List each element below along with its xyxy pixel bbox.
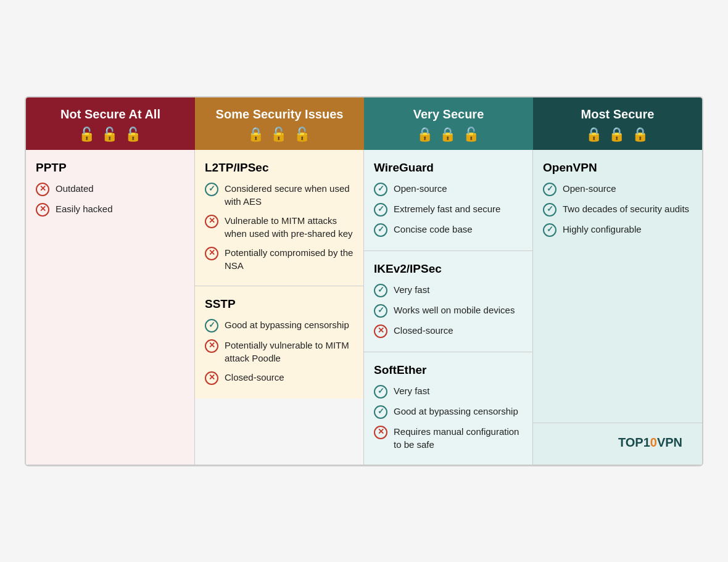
sstp-feature-2-text: Potentially vulnerable to MITM attack Po… <box>225 339 354 365</box>
sstp-feature-3-text: Closed-source <box>225 371 284 384</box>
l2tp-feature-3: ✕ Potentially compromised by the NSA <box>205 246 354 272</box>
pptp-feature-1-text: Outdated <box>56 182 94 195</box>
sstp-section: SSTP ✓ Good at bypassing censorship ✕ Po… <box>195 286 363 399</box>
sstp-feature-1-text: Good at bypassing censorship <box>225 318 349 331</box>
se-feature-1: ✓ Very fast <box>374 384 523 399</box>
lock-icons-col1: 🔓 🔓 🔓 <box>33 126 188 143</box>
pptp-protocol-name: PPTP <box>36 161 184 175</box>
bad-icon-sstp-3: ✕ <box>205 371 218 385</box>
header-title-col2: Some Security Issues <box>202 107 357 122</box>
good-icon-wg-2: ✓ <box>374 203 387 217</box>
brand-cell: TOP10VPN <box>533 423 702 465</box>
brand-logo: TOP10VPN <box>608 431 692 457</box>
se-feature-3-text: Requires manual configuration to be safe <box>394 425 523 451</box>
ikev2-protocol-name: IKEv2/IPSec <box>374 262 523 276</box>
sstp-feature-3: ✕ Closed-source <box>205 371 354 385</box>
se-feature-3: ✕ Requires manual configuration to be sa… <box>374 425 523 451</box>
l2tp-feature-2-text: Vulnerable to MITM attacks when used wit… <box>225 214 354 240</box>
header-col3: Very Secure 🔒 🔒 🔓 <box>364 97 533 150</box>
good-icon-ike-1: ✓ <box>374 284 387 297</box>
good-icon-wg-3: ✓ <box>374 223 387 237</box>
wireguard-section: WireGuard ✓ Open-source ✓ Extremely fast… <box>364 150 532 251</box>
pptp-feature-1: ✕ Outdated <box>36 182 184 196</box>
bad-icon-ike-3: ✕ <box>374 324 387 338</box>
good-icon-se-1: ✓ <box>374 385 387 399</box>
brand-zero: 0 <box>650 436 657 449</box>
bad-icon-se-3: ✕ <box>374 426 387 439</box>
wg-feature-1-text: Open-source <box>394 182 447 195</box>
ovpn-feature-3-text: Highly configurable <box>563 223 642 236</box>
sstp-protocol-name: SSTP <box>205 297 354 311</box>
lock-icons-col2: 🔒 🔓 🔓 <box>202 126 357 143</box>
good-icon-sstp-1: ✓ <box>205 319 218 333</box>
wg-feature-3-text: Concise code base <box>394 223 473 236</box>
col3-inner: WireGuard ✓ Open-source ✓ Extremely fast… <box>364 150 533 465</box>
bad-icon-l2tp-2: ✕ <box>205 215 218 228</box>
header-title-col3: Very Secure <box>371 107 526 122</box>
good-icon-se-2: ✓ <box>374 405 387 419</box>
header-col2: Some Security Issues 🔒 🔓 🔓 <box>195 97 364 150</box>
col2-inner: L2TP/IPSec ✓ Considered secure when used… <box>195 150 364 465</box>
ike-feature-1-text: Very fast <box>394 283 429 296</box>
vpn-comparison-table: Not Secure At All 🔓 🔓 🔓 Some Security Is… <box>25 96 703 466</box>
l2tp-feature-3-text: Potentially compromised by the NSA <box>225 246 354 272</box>
lock-icons-col4: 🔒 🔒 🔒 <box>540 126 695 143</box>
sstp-feature-1: ✓ Good at bypassing censorship <box>205 318 354 333</box>
header-title-col4: Most Secure <box>540 107 695 122</box>
pptp-feature-2: ✕ Easily hacked <box>36 202 184 217</box>
wg-feature-1: ✓ Open-source <box>374 182 523 196</box>
col4-inner: OpenVPN ✓ Open-source ✓ Two decades of s… <box>533 150 702 465</box>
pptp-feature-2-text: Easily hacked <box>56 202 113 215</box>
ike-feature-2-text: Works well on mobile devices <box>394 304 515 316</box>
bad-icon-sstp-2: ✕ <box>205 339 218 353</box>
ike-feature-3: ✕ Closed-source <box>374 324 523 338</box>
l2tp-protocol-name: L2TP/IPSec <box>205 161 354 175</box>
softether-section: SoftEther ✓ Very fast ✓ Good at bypassin… <box>364 352 532 465</box>
body-grid: PPTP ✕ Outdated ✕ Easily hacked L2TP/IPS… <box>26 150 702 465</box>
ovpn-feature-2: ✓ Two decades of security audits <box>543 202 692 217</box>
wg-feature-2: ✓ Extremely fast and secure <box>374 202 523 217</box>
l2tp-section: L2TP/IPSec ✓ Considered secure when used… <box>195 150 363 286</box>
header-row: Not Secure At All 🔓 🔓 🔓 Some Security Is… <box>26 97 702 150</box>
ikev2-section: IKEv2/IPSec ✓ Very fast ✓ Works well on … <box>364 251 532 352</box>
l2tp-feature-2: ✕ Vulnerable to MITM attacks when used w… <box>205 214 354 240</box>
bad-icon-1: ✕ <box>36 183 49 196</box>
bad-icon-l2tp-3: ✕ <box>205 247 218 260</box>
softether-protocol-name: SoftEther <box>374 363 523 377</box>
good-icon-ovpn-1: ✓ <box>543 183 556 196</box>
wireguard-protocol-name: WireGuard <box>374 161 523 175</box>
pptp-section: PPTP ✕ Outdated ✕ Easily hacked <box>26 150 194 465</box>
good-icon-ovpn-2: ✓ <box>543 203 556 217</box>
se-feature-1-text: Very fast <box>394 384 429 397</box>
se-feature-2-text: Good at bypassing censorship <box>394 405 518 418</box>
ovpn-feature-2-text: Two decades of security audits <box>563 202 689 215</box>
lock-icons-col3: 🔒 🔒 🔓 <box>371 126 526 143</box>
good-icon-l2tp-1: ✓ <box>205 183 218 196</box>
l2tp-feature-1-text: Considered secure when used with AES <box>225 182 354 208</box>
col1-inner: PPTP ✕ Outdated ✕ Easily hacked <box>26 150 195 465</box>
good-icon-ike-2: ✓ <box>374 304 387 318</box>
wg-feature-2-text: Extremely fast and secure <box>394 202 500 215</box>
l2tp-feature-1: ✓ Considered secure when used with AES <box>205 182 354 208</box>
header-col4: Most Secure 🔒 🔒 🔒 <box>533 97 702 150</box>
good-icon-wg-1: ✓ <box>374 183 387 196</box>
ovpn-feature-3: ✓ Highly configurable <box>543 223 692 237</box>
ike-feature-3-text: Closed-source <box>394 324 453 337</box>
bad-icon-2: ✕ <box>36 203 49 217</box>
header-title-col1: Not Secure At All <box>33 107 188 122</box>
openvpn-protocol-name: OpenVPN <box>543 161 692 175</box>
header-col1: Not Secure At All 🔓 🔓 🔓 <box>26 97 195 150</box>
ike-feature-1: ✓ Very fast <box>374 283 523 297</box>
good-icon-ovpn-3: ✓ <box>543 223 556 237</box>
wg-feature-3: ✓ Concise code base <box>374 223 523 237</box>
ovpn-feature-1-text: Open-source <box>563 182 616 195</box>
sstp-feature-2: ✕ Potentially vulnerable to MITM attack … <box>205 339 354 365</box>
se-feature-2: ✓ Good at bypassing censorship <box>374 405 523 419</box>
ike-feature-2: ✓ Works well on mobile devices <box>374 304 523 318</box>
ovpn-feature-1: ✓ Open-source <box>543 182 692 196</box>
openvpn-section: OpenVPN ✓ Open-source ✓ Two decades of s… <box>533 150 702 423</box>
